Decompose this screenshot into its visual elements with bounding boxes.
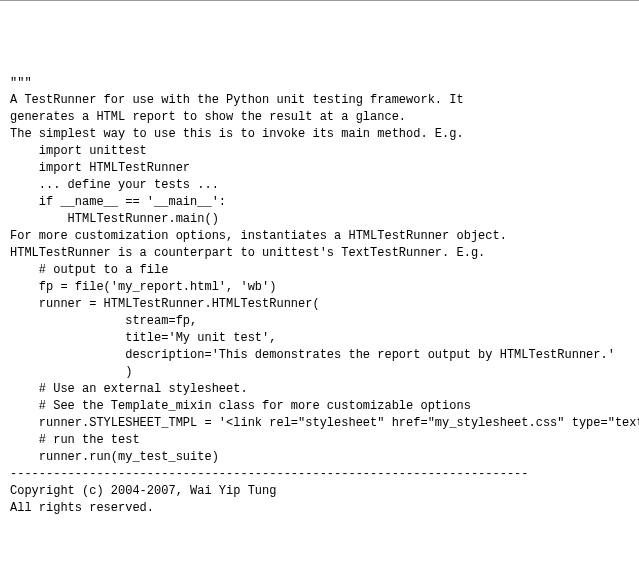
code-line-27: # See the Template_mixin class for more … <box>10 398 629 415</box>
code-line-11: if __name__ == '__main__': <box>10 194 629 211</box>
code-line-6: import unittest <box>10 143 629 160</box>
code-line-36: All rights reserved. <box>10 500 629 517</box>
code-line-22: title='My unit test', <box>10 330 629 347</box>
code-line-1: A TestRunner for use with the Python uni… <box>10 92 629 109</box>
code-line-9: ... define your tests ... <box>10 177 629 194</box>
code-line-23: description='This demonstrates the repor… <box>10 347 629 364</box>
code-line-15: For more customization options, instanti… <box>10 228 629 245</box>
code-line-26: # Use an external stylesheet. <box>10 381 629 398</box>
code-line-34: ----------------------------------------… <box>10 466 629 483</box>
code-line-35: Copyright (c) 2004-2007, Wai Yip Tung <box>10 483 629 500</box>
code-line-12: HTMLTestRunner.main() <box>10 211 629 228</box>
code-line-31: runner.run(my_test_suite) <box>10 449 629 466</box>
code-line-4: The simplest way to use this is to invok… <box>10 126 629 143</box>
code-line-16: HTMLTestRunner is a counterpart to unitt… <box>10 245 629 262</box>
code-line-21: stream=fp, <box>10 313 629 330</box>
code-line-2: generates a HTML report to show the resu… <box>10 109 629 126</box>
code-line-20: runner = HTMLTestRunner.HTMLTestRunner( <box>10 296 629 313</box>
code-line-0: """ <box>10 75 629 92</box>
code-line-24: ) <box>10 364 629 381</box>
code-line-18: # output to a file <box>10 262 629 279</box>
docstring-block: """A TestRunner for use with the Python … <box>10 75 629 517</box>
code-line-30: # run the test <box>10 432 629 449</box>
code-line-28: runner.STYLESHEET_TMPL = '<link rel="sty… <box>10 415 629 432</box>
code-line-7: import HTMLTestRunner <box>10 160 629 177</box>
code-line-19: fp = file('my_report.html', 'wb') <box>10 279 629 296</box>
